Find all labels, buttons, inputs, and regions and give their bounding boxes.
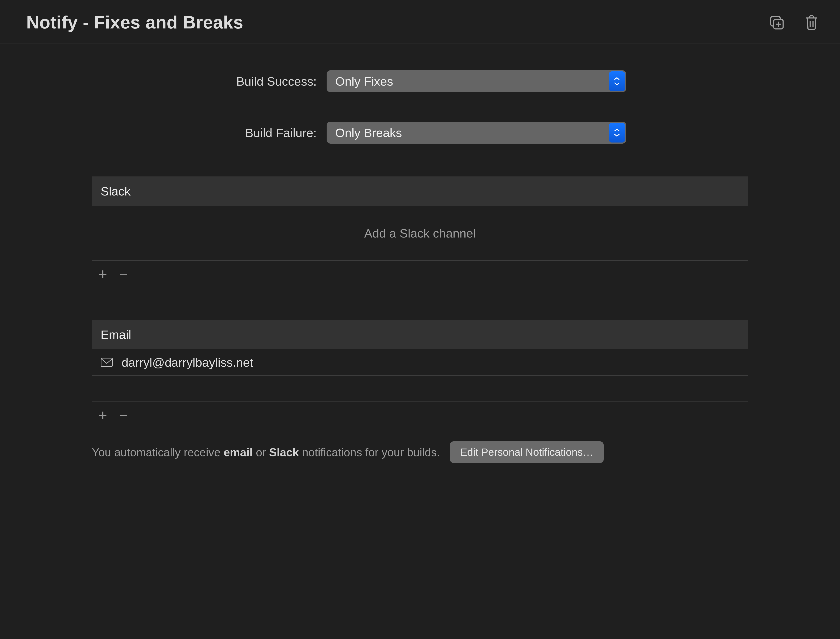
envelope-icon bbox=[101, 358, 113, 367]
slack-placeholder-area[interactable]: Add a Slack channel bbox=[92, 206, 748, 261]
svg-rect-6 bbox=[101, 358, 113, 366]
email-address: darryl@darrylbayliss.net bbox=[122, 355, 253, 370]
slack-toolbar: + − bbox=[92, 261, 748, 287]
slack-title: Slack bbox=[101, 184, 131, 198]
slack-add-icon[interactable]: + bbox=[98, 266, 107, 281]
header-actions bbox=[768, 14, 820, 31]
email-empty-row bbox=[92, 376, 748, 402]
trash-icon[interactable] bbox=[803, 14, 820, 31]
email-add-icon[interactable]: + bbox=[98, 408, 107, 423]
email-remove-icon[interactable]: − bbox=[119, 408, 128, 423]
email-list: darryl@darrylbayliss.net bbox=[92, 350, 748, 402]
chevron-up-down-icon bbox=[609, 123, 625, 143]
build-failure-select[interactable]: Only Breaks bbox=[326, 122, 626, 144]
slack-remove-icon[interactable]: − bbox=[119, 266, 128, 281]
build-success-label: Build Success: bbox=[214, 74, 317, 89]
page-title: Notify - Fixes and Breaks bbox=[26, 12, 243, 33]
build-success-select[interactable]: Only Fixes bbox=[326, 70, 626, 92]
email-toolbar: + − bbox=[92, 402, 748, 428]
page-header: Notify - Fixes and Breaks bbox=[0, 0, 840, 44]
slack-header: Slack bbox=[92, 176, 748, 206]
duplicate-icon[interactable] bbox=[768, 14, 785, 31]
page-body: Build Success: Only Fixes Build Failure:… bbox=[0, 44, 840, 463]
section-gap bbox=[92, 287, 748, 320]
chevron-up-down-icon bbox=[609, 72, 625, 91]
email-section: Email darryl@darrylbayliss.net + − bbox=[92, 320, 748, 428]
build-failure-label: Build Failure: bbox=[214, 126, 317, 140]
build-success-row: Build Success: Only Fixes bbox=[0, 70, 840, 92]
footer-text: You automatically receive email or Slack… bbox=[92, 446, 440, 459]
email-row[interactable]: darryl@darrylbayliss.net bbox=[92, 350, 748, 376]
email-header: Email bbox=[92, 320, 748, 350]
build-failure-row: Build Failure: Only Breaks bbox=[0, 122, 840, 144]
slack-section: Slack Add a Slack channel + − bbox=[92, 176, 748, 287]
build-failure-value: Only Breaks bbox=[335, 126, 402, 140]
slack-placeholder: Add a Slack channel bbox=[364, 226, 476, 240]
content-area: Slack Add a Slack channel + − Email bbox=[92, 176, 748, 463]
edit-personal-notifications-button[interactable]: Edit Personal Notifications… bbox=[450, 441, 604, 463]
footer-row: You automatically receive email or Slack… bbox=[92, 441, 748, 463]
build-settings: Build Success: Only Fixes Build Failure:… bbox=[0, 70, 840, 176]
email-title: Email bbox=[101, 327, 131, 342]
build-success-value: Only Fixes bbox=[335, 74, 393, 89]
